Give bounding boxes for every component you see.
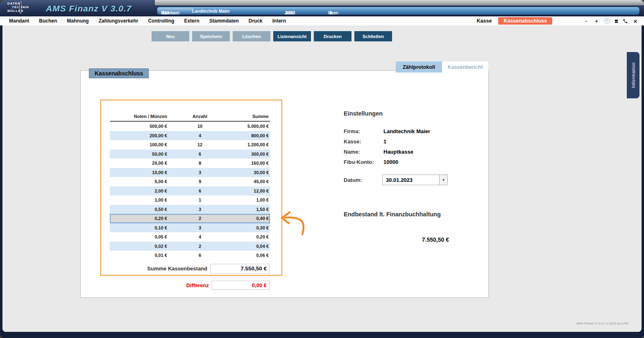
chevron-down-icon[interactable]: ▼ [439, 175, 447, 185]
count-table-row[interactable]: 50,00 € 6 300,00 € [110, 150, 270, 159]
endbestand-title: Endbestand lt. Finanzbuchhaltung [344, 211, 441, 218]
menu-item[interactable]: Mandant [9, 18, 29, 24]
mandant-value: 113 [162, 10, 169, 15]
count-table-row[interactable]: 5,00 € 9 45,00 € [110, 177, 270, 186]
menu-item[interactable]: Controlling [148, 18, 174, 24]
close-icon[interactable]: × [633, 18, 638, 25]
cell-summe: 800,00 € [233, 133, 270, 138]
cell-summe: 300,00 € [233, 152, 270, 157]
menu-item[interactable]: Zahlungsverkehr [99, 18, 138, 24]
tab[interactable]: Kassenbericht [442, 61, 488, 73]
menu-bar: MandantBuchenMahnungZahlungsverkehrContr… [0, 16, 644, 25]
toolbar-button[interactable]: Neu [152, 31, 189, 41]
active-module-badge[interactable]: Kassenabschluss [498, 17, 552, 25]
cell-summe: 0,06 € [233, 253, 270, 258]
cell-summe: 1,50 € [233, 207, 270, 212]
company-name: Landtechnik Maier [192, 9, 230, 14]
count-table-row[interactable]: 0,05 € 4 0,20 € [110, 232, 270, 242]
cell-summe: 1,00 € [233, 197, 270, 202]
cell-anzahl: 12 [167, 142, 233, 147]
menu-item[interactable]: Mahnung [67, 18, 88, 24]
menu-item[interactable]: Druck [249, 18, 263, 24]
count-table-row[interactable]: 10,00 € 3 30,00 € [110, 168, 270, 177]
datum-label: Datum: [344, 177, 382, 183]
minimize-icon[interactable]: - [583, 18, 589, 24]
cell-anzahl: 2 [167, 244, 233, 249]
menu-item[interactable]: Extern [184, 18, 199, 24]
menu-right-group: Kasse Kassenabschluss - + ? × [477, 17, 638, 25]
differenz-row: Differenz 0,00 € [100, 281, 270, 290]
einstellungen-fields: Firma: Landtechnik Maier Kasse: 1 Name: … [344, 128, 430, 165]
count-table-row[interactable]: 0,10 € 3 0,30 € [110, 223, 270, 233]
information-side-tab[interactable]: Information [627, 52, 639, 98]
datum-dropdown[interactable]: 30.01.2023 ▼ [382, 175, 448, 185]
count-table-row[interactable]: 0,20 € 2 0,40 € [110, 214, 270, 223]
total-row: Summe Kassenbestand 7.550,50 € [110, 264, 270, 274]
document-icon[interactable] [614, 18, 618, 24]
maximize-icon[interactable]: + [594, 18, 599, 24]
cell-note: 10,00 € [110, 170, 167, 175]
count-table-row[interactable]: 0,01 € 6 0,06 € [110, 251, 270, 260]
panel-title: Kassenabschluss [89, 68, 149, 78]
total-value-field[interactable]: 7.550,50 € [210, 264, 270, 274]
menu-items: MandantBuchenMahnungZahlungsverkehrContr… [9, 18, 296, 24]
field-label: Firma: [344, 128, 383, 134]
endbestand-value: 7.550,50 € [344, 236, 449, 243]
cell-summe: 5.000,00 € [233, 124, 270, 129]
count-table-rows: 500,00 € 10 5.000,00 € 200,00 € 4 800,00… [110, 122, 270, 260]
cell-summe: 1.200,00 € [233, 142, 270, 147]
toolbar-button[interactable]: Löschen [233, 31, 270, 41]
count-table-row[interactable]: 100,00 € 12 1.200,00 € [110, 140, 270, 150]
col-header-summe: Summe [233, 114, 270, 119]
cell-note: 500,00 € [110, 124, 167, 129]
cell-note: 0,20 € [110, 216, 167, 221]
field-label: Name: [344, 149, 383, 155]
count-table-row[interactable]: 20,00 € 8 160,00 € [110, 159, 270, 168]
menu-item[interactable]: Stammdaten [209, 18, 239, 24]
mandant-status: Mandant: 113 [161, 9, 162, 14]
field-value: 10000 [383, 159, 430, 165]
count-table-row[interactable]: 0,50 € 3 1,50 € [110, 205, 270, 214]
title-bar: DATEN TECHNIK MÜLLER AMS Finanz V 3.0.7 … [0, 0, 644, 16]
count-table-row[interactable]: 500,00 € 10 5.000,00 € [110, 122, 270, 131]
toolbar-button[interactable]: Drucken [314, 31, 351, 41]
count-table-row[interactable]: 200,00 € 4 800,00 € [110, 131, 270, 141]
cell-summe: 0,30 € [233, 225, 270, 230]
dtm-logo: DATEN TECHNIK MÜLLER [7, 2, 29, 13]
count-table: Noten / Münzen Anzahl Summe 500,00 € 10 … [110, 112, 270, 274]
cell-summe: 30,00 € [233, 170, 270, 175]
cell-note: 0,10 € [110, 225, 167, 230]
menu-item[interactable]: Intern [272, 18, 286, 24]
cell-note: 100,00 € [110, 142, 167, 147]
count-table-row[interactable]: 0,02 € 2 0,04 € [110, 242, 270, 251]
toolbar: NeuSpeichernLöschenListenansichtDruckenS… [152, 31, 392, 41]
breadcrumb-kasse[interactable]: Kasse [477, 18, 492, 24]
cell-anzahl: 2 [167, 216, 233, 221]
app-window: DATEN TECHNIK MÜLLER AMS Finanz V 3.0.7 … [0, 0, 644, 338]
tab[interactable]: Zählprotokoll [396, 61, 442, 73]
datum-row: Datum: 30.01.2023 ▼ [344, 175, 448, 185]
jahr-status: Jahr: 2023 [284, 9, 286, 14]
cell-anzahl: 9 [167, 179, 233, 184]
count-table-row[interactable]: 2,00 € 6 12,00 € [110, 186, 270, 196]
differenz-value-field[interactable]: 0,00 € [212, 281, 270, 290]
cell-note: 0,01 € [110, 253, 167, 258]
toolbar-button[interactable]: Schließen [354, 31, 392, 41]
cell-note: 2,00 € [110, 188, 167, 193]
cell-note: 5,00 € [110, 179, 167, 184]
tab-bar: ZählprotokollKassenbericht [396, 61, 488, 73]
datum-value: 30.01.2023 [383, 175, 439, 185]
toolbar-button[interactable]: Speichern [192, 31, 230, 41]
cell-anzahl: 8 [167, 161, 233, 166]
toolbar-button[interactable]: Listenansicht [273, 31, 311, 41]
cell-note: 0,05 € [110, 234, 167, 239]
total-label: Summe Kassenbestand [147, 265, 207, 272]
help-icon[interactable]: ? [604, 18, 610, 24]
title-bar-strip [155, 0, 644, 5]
menu-item[interactable]: Buchen [39, 18, 57, 24]
col-header-anzahl: Anzahl [167, 114, 233, 119]
cell-anzahl: 4 [167, 133, 233, 138]
phone-icon[interactable] [623, 18, 628, 24]
count-table-row[interactable]: 1,00 € 1 1,00 € [110, 195, 270, 205]
cell-summe: 12,00 € [233, 188, 270, 193]
